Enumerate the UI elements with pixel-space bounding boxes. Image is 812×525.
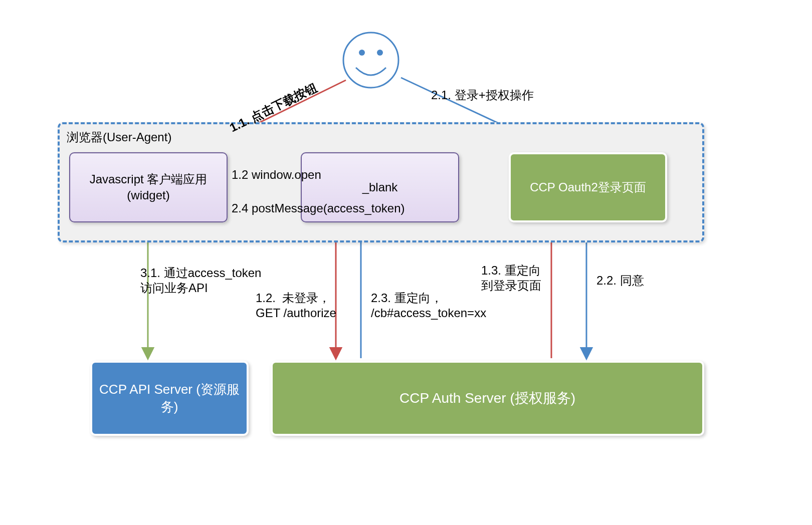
- user-actor-icon: [343, 33, 398, 88]
- label-2-3: 2.3. 重定向， /cb#access_token=xx: [371, 291, 486, 321]
- browser-title: 浏览器(User-Agent): [67, 129, 171, 145]
- arrows-layer: [50, 0, 762, 525]
- label-3-1: 3.1. 通过access_token 访问业务API: [140, 266, 261, 296]
- diagram-canvas: 浏览器(User-Agent) Javascript 客户端应用 (widget…: [50, 0, 762, 525]
- label-2-2: 2.2. 同意: [596, 273, 644, 288]
- svg-point-1: [359, 50, 365, 56]
- node-blank-label: _blank: [362, 179, 398, 195]
- node-api-server: CCP API Server (资源服务): [90, 361, 249, 436]
- node-js-widget: Javascript 客户端应用 (widget): [69, 152, 228, 222]
- label-2-4: 2.4 postMessage(access_token): [232, 201, 405, 216]
- node-api-label: CCP API Server (资源服务): [92, 381, 247, 416]
- node-oauth-label: CCP Oauth2登录页面: [530, 179, 646, 195]
- node-oauth-login: CCP Oauth2登录页面: [509, 152, 667, 222]
- node-js-widget-label: Javascript 客户端应用 (widget): [70, 171, 227, 204]
- label-2-1: 2.1. 登录+授权操作: [431, 88, 534, 103]
- svg-point-2: [377, 50, 383, 56]
- label-1-2a: 1.2 window.open: [232, 167, 321, 182]
- node-auth-server: CCP Auth Server (授权服务): [271, 361, 704, 436]
- node-auth-label: CCP Auth Server (授权服务): [399, 389, 575, 408]
- svg-point-0: [343, 33, 398, 88]
- label-1-2b: 1.2. 未登录， GET /authorize: [256, 291, 336, 321]
- label-1-3: 1.3. 重定向 到登录页面: [481, 263, 541, 293]
